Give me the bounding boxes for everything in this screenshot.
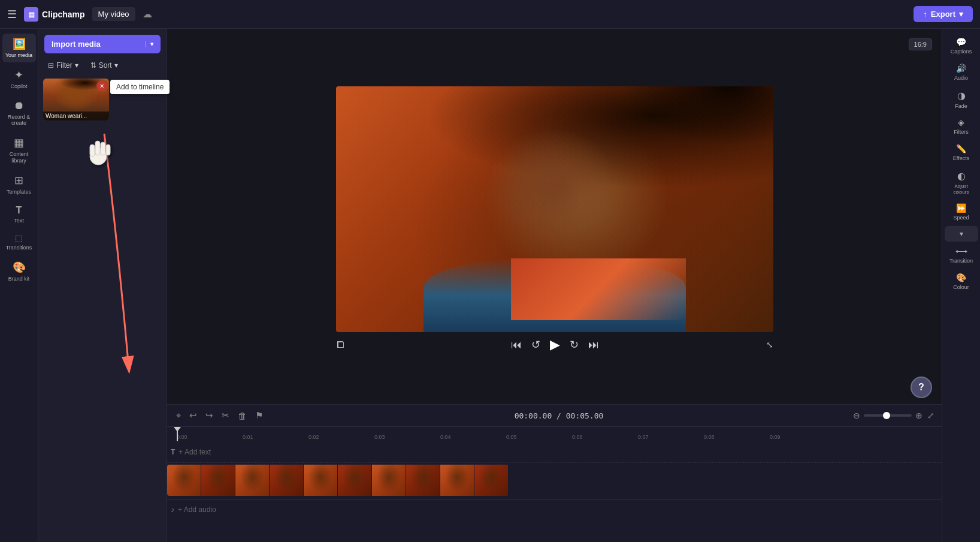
sidebar-item-label-brand-kit: Brand kit <box>8 276 30 282</box>
zoom-in-button[interactable]: ⊕ <box>915 411 922 420</box>
timeline-delete-button[interactable]: 🗑 <box>236 409 249 423</box>
sort-icon: ⇅ <box>90 61 96 70</box>
cc-button[interactable]: ⧠ <box>336 340 344 350</box>
sidebar-item-effects[interactable]: ✏️ Effects <box>945 140 978 165</box>
svg-rect-5 <box>106 144 110 155</box>
filter-button[interactable]: ⊟ Filter ▾ <box>44 59 82 71</box>
transitions-icon: ⬚ <box>15 233 23 243</box>
time-separator: / <box>556 411 566 420</box>
film-frame-9 <box>440 465 474 496</box>
import-media-dropdown-icon[interactable]: ▾ <box>145 41 153 47</box>
sidebar-item-filters[interactable]: ◈ Filters <box>945 114 978 139</box>
topbar-left: ☰ ▦ Clipchamp My video ☁ <box>7 7 152 22</box>
sort-button[interactable]: ⇅ Sort ▾ <box>87 59 122 71</box>
timeline-cut-button[interactable]: ✂ <box>220 408 231 423</box>
media-panel-header: Import media ▾ <box>38 29 167 57</box>
sidebar-item-your-media[interactable]: 🖼️ Your media <box>2 34 36 62</box>
timeline-magnet-button[interactable]: ⌖ <box>174 408 183 423</box>
sidebar-item-record-create[interactable]: ⏺ Record & create <box>2 96 36 131</box>
back-5s-button[interactable]: ↺ <box>531 338 540 351</box>
sidebar-item-colour[interactable]: 🎨 Colour <box>945 269 978 294</box>
effects-icon: ✏️ <box>956 144 966 153</box>
sidebar-label-audio: Audio <box>954 75 968 82</box>
zoom-slider[interactable] <box>864 414 912 417</box>
timeline-expand-button[interactable]: ⤢ <box>927 411 934 420</box>
add-to-timeline-tooltip: Add to timeline <box>110 80 170 94</box>
sidebar-item-adjust-colours[interactable]: ◐ Adjustcolours <box>945 167 978 198</box>
app-name: Clipchamp <box>42 10 85 19</box>
skip-back-button[interactable]: ⏮ <box>511 339 522 351</box>
add-audio-track[interactable]: ♪ + Add audio <box>167 500 942 519</box>
ruler-mark-5: 0:05 <box>506 434 517 440</box>
forward-5s-button[interactable]: ↻ <box>570 338 579 351</box>
ruler-mark-9: 0:09 <box>770 434 781 440</box>
tooltip-text: Add to timeline <box>116 83 164 91</box>
sidebar-item-copilot[interactable]: ✦ Copilot <box>2 65 36 94</box>
sidebar-item-collapse[interactable]: ▾ <box>945 226 978 242</box>
export-chevron-icon: ▾ <box>959 10 963 19</box>
sidebar-item-content-library[interactable]: ▦ Content library <box>2 133 36 168</box>
audio-track-icon: ♪ <box>171 505 174 514</box>
sidebar-item-speed[interactable]: ⏩ Speed <box>945 200 978 225</box>
cursor-hand <box>86 134 113 171</box>
cloud-save-icon: ☁ <box>143 8 152 20</box>
help-button[interactable]: ? <box>911 377 932 398</box>
film-frame-5 <box>304 465 338 496</box>
aspect-ratio-button[interactable]: 16:9 <box>909 38 932 50</box>
film-frame-7 <box>372 465 406 496</box>
skip-forward-button[interactable]: ⏭ <box>588 339 599 351</box>
zoom-thumb <box>883 412 890 419</box>
sidebar-item-transition[interactable]: ⟷ Transition <box>945 243 978 268</box>
sidebar-label-filters: Filters <box>954 129 969 136</box>
film-frame-4 <box>270 465 304 496</box>
sidebar-item-templates[interactable]: ⊞ Templates <box>2 170 36 199</box>
playhead[interactable] <box>177 427 178 441</box>
zoom-out-button[interactable]: ⊖ <box>853 411 860 420</box>
text-icon: T <box>16 205 22 216</box>
ruler-mark-1: 0:01 <box>243 434 253 440</box>
ruler-mark-2: 0:02 <box>308 434 319 440</box>
fullscreen-button[interactable]: ⤡ <box>766 340 773 350</box>
templates-icon: ⊞ <box>14 174 23 187</box>
media-grid: ✕ Woman weari... Add to timeline <box>38 74 167 125</box>
sort-chevron-icon: ▾ <box>114 61 118 70</box>
film-frame-2 <box>201 465 235 496</box>
timeline-time-display: 00:00.00 / 00:05.00 <box>515 411 604 420</box>
add-text-track[interactable]: T + Add text <box>167 441 942 463</box>
collapse-chevron-icon: ▾ <box>960 230 963 238</box>
film-frame-1 <box>167 465 201 496</box>
sidebar-item-transitions[interactable]: ⬚ Transitions <box>2 230 36 255</box>
sidebar-item-captions[interactable]: 💬 Captions <box>945 34 978 59</box>
timeline-flag-button[interactable]: ⚑ <box>253 408 265 423</box>
play-button[interactable]: ▶ <box>550 337 560 353</box>
logo-wrapper: ▦ Clipchamp <box>24 7 85 22</box>
export-up-icon: ↑ <box>923 10 927 19</box>
sidebar-label-adjust-colours: Adjustcolours <box>954 183 969 195</box>
audio-icon: 🔊 <box>956 64 966 73</box>
timeline-toolbar: ⌖ ↩ ↪ ✂ 🗑 ⚑ 00:00.00 / 00:05.00 ⊖ ⊕ <box>167 405 942 427</box>
timeline-undo-button[interactable]: ↩ <box>187 408 199 423</box>
video-filmstrip[interactable] <box>167 465 509 496</box>
sidebar-label-speed: Speed <box>953 215 969 221</box>
delete-media-button[interactable]: ✕ <box>96 80 107 91</box>
sidebar-item-brand-kit[interactable]: 🎨 Brand kit <box>2 257 36 286</box>
import-media-button[interactable]: Import media ▾ <box>44 35 161 53</box>
topbar: ☰ ▦ Clipchamp My video ☁ ↑ Export ▾ <box>0 0 980 29</box>
export-label: Export <box>931 10 955 19</box>
sidebar-item-fade[interactable]: ◑ Fade <box>945 86 978 113</box>
speed-icon: ⏩ <box>956 203 966 213</box>
video-title[interactable]: My video <box>92 7 135 21</box>
copilot-icon: ✦ <box>14 68 23 82</box>
content-library-icon: ▦ <box>14 136 24 149</box>
menu-icon[interactable]: ☰ <box>7 8 17 21</box>
sidebar-item-audio[interactable]: 🔊 Audio <box>945 60 978 85</box>
preview-background <box>336 86 773 332</box>
ruler-mark-3: 0:03 <box>374 434 385 440</box>
transition-icon: ⟷ <box>955 246 967 256</box>
media-item-woman[interactable]: ✕ Woman weari... <box>43 79 109 121</box>
export-button[interactable]: ↑ Export ▾ <box>914 6 973 22</box>
timeline-tracks: 0:00 0:01 0:02 0:03 0:04 0:05 0:06 0:07 … <box>167 427 942 542</box>
sidebar-item-text[interactable]: T Text <box>2 201 36 228</box>
timeline-redo-button[interactable]: ↪ <box>204 408 215 423</box>
brand-kit-icon: 🎨 <box>13 261 26 274</box>
